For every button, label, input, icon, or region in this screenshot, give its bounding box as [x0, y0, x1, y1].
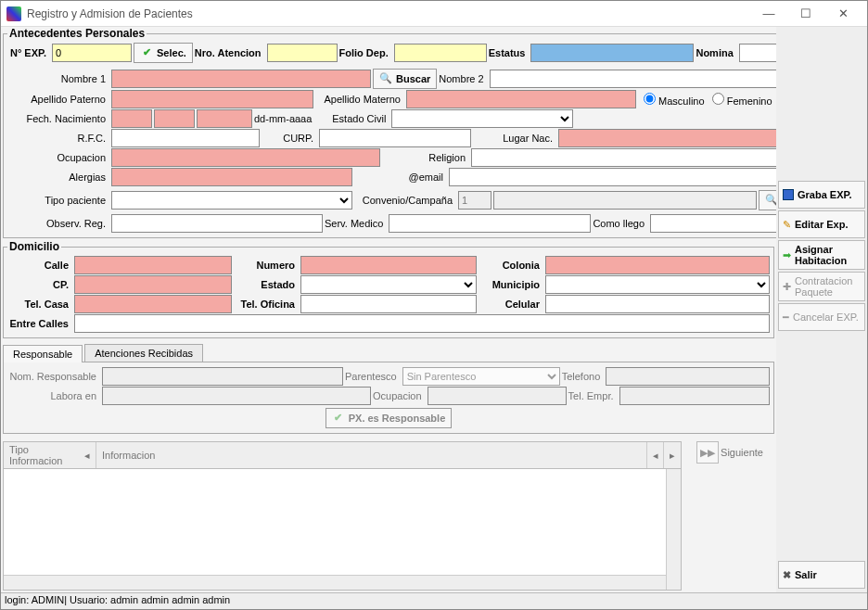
grid-scroll-left[interactable]: ◂ — [647, 442, 664, 468]
folio-dep-input[interactable] — [394, 44, 487, 62]
municipio-select[interactable] — [545, 275, 770, 294]
tipo-paciente-select[interactable] — [111, 191, 352, 210]
estado-civil-select[interactable] — [391, 109, 573, 128]
buscar-nombre-button[interactable]: Buscar — [373, 69, 437, 89]
grid-header: Tipo Informacion ◂ Informacion ◂ ▸ — [3, 441, 682, 469]
scrollbar-horizontal[interactable] — [4, 575, 666, 590]
observ-reg-label: Observ. Reg. — [7, 218, 109, 229]
parentesco-label: Parentesco — [345, 371, 401, 382]
cp-input[interactable] — [74, 275, 232, 294]
observ-reg-input[interactable] — [111, 214, 323, 233]
close-button[interactable]: ✕ — [824, 1, 862, 27]
antecedentes-legend: Antecedentes Personales — [7, 27, 147, 40]
check-icon: ✔ — [332, 412, 345, 425]
masculino-radio[interactable] — [644, 93, 656, 105]
ocupacion-resp-input — [428, 387, 567, 405]
estado-select[interactable] — [300, 275, 477, 294]
nom-resp-input — [102, 367, 343, 386]
tab-responsable[interactable]: Responsable — [3, 345, 83, 362]
no-exp-input[interactable] — [52, 44, 132, 62]
next-button[interactable]: ▶▶ — [696, 441, 719, 464]
tel-casa-input[interactable] — [74, 295, 232, 313]
convenio-input — [493, 191, 757, 210]
numero-input[interactable] — [300, 256, 477, 274]
rfc-input[interactable] — [111, 129, 260, 147]
nomina-input[interactable] — [739, 44, 776, 62]
lugar-nac-input[interactable] — [558, 129, 776, 147]
tel-empr-input — [619, 387, 771, 405]
nom-resp-label: Nom. Responsable — [7, 371, 100, 382]
femenino-radio-label[interactable]: Femenino — [712, 93, 772, 107]
tabs: Responsable Atenciones Recibidas — [3, 344, 774, 362]
masculino-radio-label[interactable]: Masculino — [644, 93, 705, 107]
religion-select[interactable] — [471, 148, 776, 167]
entre-calles-label: Entre Calles — [7, 318, 72, 329]
celular-input[interactable] — [545, 295, 770, 313]
grid-body[interactable] — [3, 469, 682, 591]
tel-casa-label: Tel. Casa — [7, 299, 72, 310]
serv-medico-label: Serv. Medico — [325, 218, 387, 229]
domicilio-fieldset: Domicilio Calle Numero Colonia CP. Estad… — [3, 240, 774, 338]
religion-label: Religion — [382, 152, 469, 163]
grid-col-tipo[interactable]: Tipo Informacion ◂ — [4, 442, 96, 468]
asignar-hab-button[interactable]: Asignar Habitacion — [778, 240, 865, 270]
ap-paterno-input[interactable] — [111, 90, 313, 108]
fech-nac-d-input[interactable] — [111, 109, 152, 128]
contratacion-button: Contratacion Paquete — [778, 272, 865, 301]
nombre2-input[interactable] — [490, 70, 776, 88]
px-responsable-button[interactable]: ✔PX. es Responsable — [326, 408, 453, 428]
fech-nac-label: Fech. Nacimiento — [7, 113, 109, 124]
buscar-convenio-button[interactable]: Buscar — [759, 190, 777, 210]
titlebar: Registro y Admision de Pacientes — ☐ ✕ — [1, 1, 867, 27]
convenio-label: Convenio/Campaña — [354, 195, 456, 206]
minimize-button[interactable]: — — [750, 1, 787, 27]
exit-icon — [783, 569, 791, 580]
nro-atencion-input[interactable] — [267, 44, 338, 62]
labora-input — [102, 387, 371, 405]
ap-paterno-label: Apellido Paterno — [7, 94, 109, 105]
fech-nac-m-input[interactable] — [154, 109, 195, 128]
entre-calles-input[interactable] — [74, 314, 770, 333]
alergias-input[interactable] — [111, 168, 352, 186]
estatus-input[interactable] — [530, 44, 694, 62]
colonia-input[interactable] — [545, 256, 770, 274]
tipo-paciente-label: Tipo paciente — [7, 195, 109, 206]
app-window: Registro y Admision de Pacientes — ☐ ✕ A… — [0, 0, 868, 610]
ocupacion-label: Ocupacion — [7, 152, 109, 163]
estatus-label: Estatus — [489, 47, 530, 58]
tel-empr-label: Tel. Empr. — [568, 390, 618, 401]
calle-input[interactable] — [74, 256, 232, 274]
numero-label: Numero — [234, 260, 299, 271]
fech-nac-a-input[interactable] — [197, 109, 252, 128]
nombre2-label: Nombre 2 — [439, 73, 487, 84]
next-panel: ▶▶ Siguiente — [683, 438, 776, 592]
grid-col-info[interactable]: Informacion — [96, 442, 647, 468]
curp-label: CURP. — [262, 133, 317, 144]
scrollbar-vertical[interactable] — [666, 469, 681, 590]
salir-button[interactable]: Salir — [778, 561, 865, 589]
maximize-button[interactable]: ☐ — [787, 1, 824, 27]
nomina-label: Nomina — [696, 47, 736, 58]
ocupacion-input[interactable] — [111, 148, 380, 167]
municipio-label: Municipio — [479, 279, 543, 290]
ap-materno-input[interactable] — [406, 90, 636, 108]
edit-icon — [783, 219, 791, 230]
estado-civil-label: Estado Civil — [317, 113, 389, 124]
serv-medico-input[interactable] — [389, 214, 591, 233]
plus-icon — [783, 281, 791, 292]
grid-scroll-right[interactable]: ▸ — [664, 442, 681, 468]
tab-responsable-body: Nom. Responsable Parentesco Sin Parentes… — [3, 362, 774, 434]
app-icon — [6, 6, 21, 21]
antecedentes-fieldset: Antecedentes Personales N° EXP. ✔Selec. … — [3, 27, 776, 238]
graba-exp-button[interactable]: Graba EXP. — [778, 181, 865, 209]
email-input[interactable] — [449, 168, 776, 186]
tab-atenciones[interactable]: Atenciones Recibidas — [84, 344, 203, 362]
nombre1-input[interactable] — [111, 70, 371, 88]
curp-input[interactable] — [319, 129, 471, 147]
editar-exp-button[interactable]: Editar Exp. — [778, 210, 865, 238]
femenino-radio[interactable] — [712, 93, 724, 105]
como-llego-select[interactable] — [650, 214, 776, 233]
selec-button[interactable]: ✔Selec. — [134, 43, 193, 63]
tel-oficina-input[interactable] — [300, 295, 477, 313]
estado-label: Estado — [234, 279, 299, 290]
